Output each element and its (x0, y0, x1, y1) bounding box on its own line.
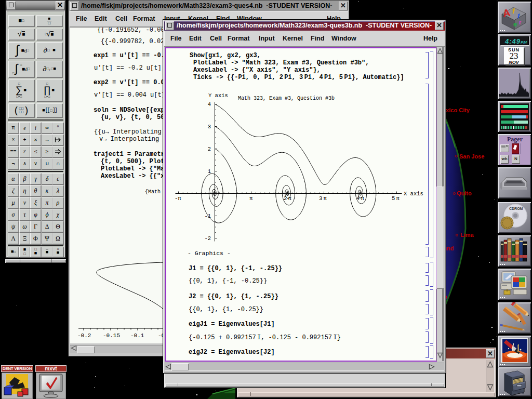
svg-text:π: π (249, 195, 253, 202)
svg-text:r: r (519, 19, 522, 26)
svg-text:CDROM: CDROM (509, 207, 523, 210)
svg-text:3 π: 3 π (319, 195, 327, 202)
svg-text:A: A (502, 7, 511, 19)
svg-text:-0.1: -0.1 (130, 332, 144, 339)
svg-text:Y axis: Y axis (208, 92, 228, 99)
svg-text:X axis: X axis (404, 191, 423, 197)
svg-text:2: 2 (208, 146, 211, 152)
svg-text:3: 3 (208, 124, 211, 130)
svg-text:-2: -2 (204, 235, 211, 242)
svg-text:-0.15: -0.15 (103, 332, 120, 339)
svg-text:-0.2: -0.2 (77, 332, 91, 339)
svg-text:4: 4 (208, 101, 211, 108)
svg-text:e: e (513, 20, 517, 28)
svg-text:. ,: . , (104, 342, 111, 343)
svg-text:-π: -π (175, 195, 181, 202)
svg-text:Math 323, Exam #3, Question #3: Math 323, Exam #3, Question #3b (238, 96, 335, 101)
svg-text:5 π: 5 π (392, 195, 400, 202)
